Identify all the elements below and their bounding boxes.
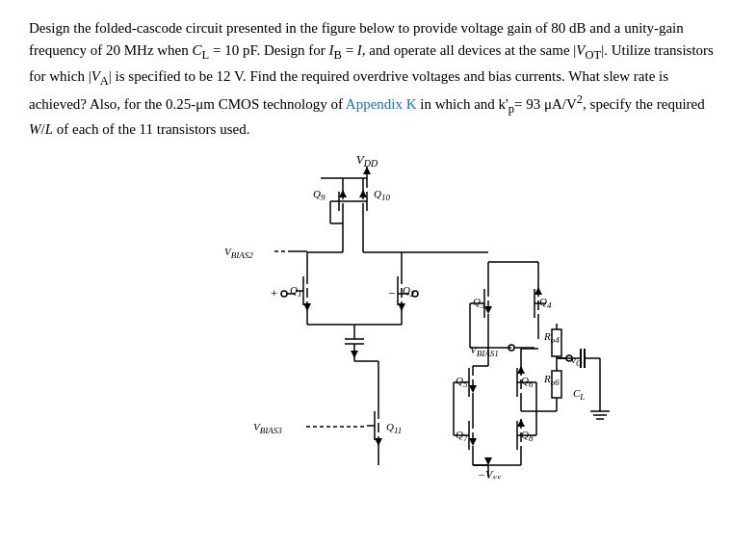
svg-marker-57 — [375, 438, 382, 446]
vbias1-label: VBIAS1 — [470, 344, 499, 358]
svg-marker-94 — [469, 385, 477, 393]
svg-marker-70 — [534, 287, 542, 295]
svg-marker-16 — [359, 190, 367, 197]
svg-marker-49 — [351, 351, 358, 358]
cl-label: CL — [573, 387, 585, 402]
q11-label: Q11 — [386, 421, 402, 435]
vdd-label: VDD — [355, 152, 378, 169]
vss-label: −VSS — [478, 468, 502, 479]
vbias2-label: VBIAS2 — [224, 246, 253, 260]
svg-marker-100 — [517, 366, 525, 374]
problem-text: Design the folded-cascode circuit presen… — [29, 17, 727, 142]
q10-label: Q10 — [374, 188, 390, 202]
circuit-diagram: VDD Q9 Q10 — [29, 151, 727, 479]
svg-marker-64 — [484, 306, 492, 314]
svg-point-26 — [281, 291, 287, 297]
line1: Design the folded-cascode circuit presen… — [29, 20, 714, 137]
q9-label: Q9 — [313, 188, 326, 202]
svg-marker-44 — [398, 303, 405, 311]
minus-input: − — [388, 286, 395, 300]
plus-input: + — [271, 286, 277, 300]
svg-marker-113 — [484, 457, 492, 465]
circuit-svg: VDD Q9 Q10 — [128, 151, 629, 479]
svg-marker-32 — [303, 303, 311, 311]
svg-marker-112 — [517, 419, 525, 427]
svg-marker-9 — [339, 190, 347, 197]
svg-marker-106 — [469, 438, 477, 446]
vbias3-label: VBIAS3 — [253, 421, 282, 435]
